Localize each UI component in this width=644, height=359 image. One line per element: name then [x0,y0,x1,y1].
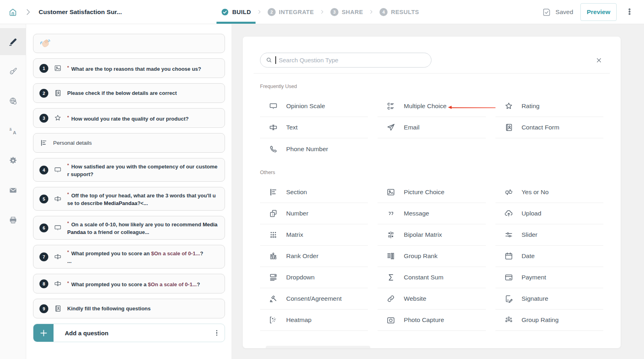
multiple-choice-icon [386,101,396,111]
signature-icon [504,294,514,304]
type-rating[interactable]: Rating [495,96,603,117]
question-card[interactable]: 3* How would you rate the quality of our… [33,108,225,128]
type-group-rating[interactable]: Group Rating [495,310,603,331]
question-card[interactable]: 9Kindly fill the following questions [33,299,225,318]
type-payment[interactable]: Payment [495,267,603,288]
type-number[interactable]: 1Number [260,203,368,224]
printer-icon [8,215,18,225]
close-icon[interactable] [594,56,603,65]
step-number: 3 [330,8,339,16]
question-text: Personal details [53,139,93,147]
required-mark: * [67,281,69,285]
type-label: Phone Number [286,146,328,153]
question-card[interactable]: 6* On a scale of 0-10, how likely are yo… [33,216,225,240]
search-box[interactable] [260,53,431,68]
sidebar-item-print[interactable] [0,207,26,234]
sidebar-item-build[interactable] [0,28,26,55]
add-question-button[interactable]: Add a question [33,324,225,342]
divider [254,73,610,74]
type-section[interactable]: Section [260,182,368,203]
type-email[interactable]: Email [378,117,485,138]
type-message[interactable]: Message [378,203,485,224]
type-date[interactable]: Date [495,246,603,267]
scroll-cut-item [266,346,370,348]
type-constant-sum[interactable]: Constant Sum [378,267,485,288]
type-label: Slider [522,231,538,238]
type-label: Rank Order [286,252,318,260]
step-results[interactable]: 4RESULTS [380,0,419,24]
required-mark: * [67,221,69,226]
email-icon [386,123,396,132]
picker-search-row [243,37,621,68]
step-integrate[interactable]: 2INTEGRATE [268,0,314,24]
required-mark: * [67,65,69,70]
message-icon [386,209,396,218]
type-dropdown[interactable]: Dropdown [260,267,368,288]
type-slider[interactable]: Slider [495,224,603,246]
type-opinion-scale[interactable]: Opinion Scale [260,96,368,117]
wizard-steps: BUILD2INTEGRATE3SHARE4RESULTS [221,0,419,24]
check-circle-icon [221,8,229,16]
sidebar-item-settings[interactable] [0,147,26,174]
type-multiple-choice[interactable]: Multiple Choice [378,96,485,117]
type-rank-order[interactable]: Rank Order [260,246,368,267]
type-signature[interactable]: Signature [495,288,603,310]
preview-button[interactable]: Preview [580,3,617,21]
welcome-card[interactable] [33,34,225,53]
sidebar-item-design[interactable] [0,58,26,85]
type-label: Rating [522,103,540,110]
type-heatmap[interactable]: Heatmap [260,310,368,331]
section-card[interactable]: Personal details [33,133,225,153]
type-grid-section: Opinion ScaleMultiple ChoiceRatingTextEm… [260,96,603,160]
home-icon[interactable] [8,7,18,17]
question-card[interactable]: 4* How satisfied are you with the compet… [33,158,225,182]
required-mark: * [67,192,69,197]
type-yes-or-no[interactable]: Yes or No [495,182,603,203]
constant-sum-icon [386,273,396,282]
question-menu-icon[interactable] [215,328,219,338]
type-label: Website [404,295,426,302]
question-card[interactable]: 5* Off the top of your head, what are th… [33,187,225,211]
envelope-icon [8,186,18,195]
step-label: INTEGRATE [279,9,314,15]
search-input[interactable] [279,57,426,64]
type-bipolar-matrix[interactable]: Bipolar Matrix [378,224,485,246]
type-consent-agreement[interactable]: Consent/Agreement [260,288,368,310]
top-bar: Customer Satisfaction Sur... BUILD2INTEG… [0,0,644,24]
type-upload[interactable]: Upload [495,203,603,224]
rating-icon [504,101,514,111]
type-contact-form[interactable]: Contact Form [495,117,603,138]
type-website[interactable]: Website [378,288,485,310]
type-matrix[interactable]: Matrix [260,224,368,246]
sidebar-item-translate[interactable]: ãA [0,117,26,144]
type-photo-capture[interactable]: Photo Capture [378,310,485,331]
question-card[interactable]: 7* What prompted you to score an $On a s… [33,245,225,269]
step-build[interactable]: BUILD [221,0,251,24]
add-question-label: Add a question [65,330,108,336]
question-card[interactable]: 2Please check if the below details are c… [33,83,225,103]
section-icon [268,187,278,197]
matrix-icon [268,230,278,240]
sidebar-item-language[interactable] [0,88,26,115]
paintbrush-icon [8,67,18,76]
text-icon [54,252,62,261]
step-label: RESULTS [391,9,419,15]
save-icon [542,7,551,17]
question-card[interactable]: 8* What prompted you to score a $On a sc… [33,274,225,293]
more-options-icon[interactable] [624,6,635,18]
type-group-rank[interactable]: Group Rank [378,246,485,267]
contact-form-icon [54,304,62,313]
rank-order-icon [268,251,278,261]
question-card[interactable]: 1* What are the top reasons that made yo… [33,58,225,78]
type-text[interactable]: Text [260,117,368,138]
type-label: Text [286,124,297,131]
type-picture-choice[interactable]: Picture Choice [378,182,485,203]
plus-icon[interactable] [33,324,54,342]
type-phone-number[interactable]: Phone Number [260,138,368,160]
sidebar-item-email[interactable] [0,177,26,204]
step-share[interactable]: 3SHARE [330,0,363,24]
question-text: * What prompted you to score an $On a sc… [67,248,204,265]
yes-or-no-icon [504,187,514,197]
question-number: 6 [39,224,48,232]
chevron-right-icon [256,9,262,15]
